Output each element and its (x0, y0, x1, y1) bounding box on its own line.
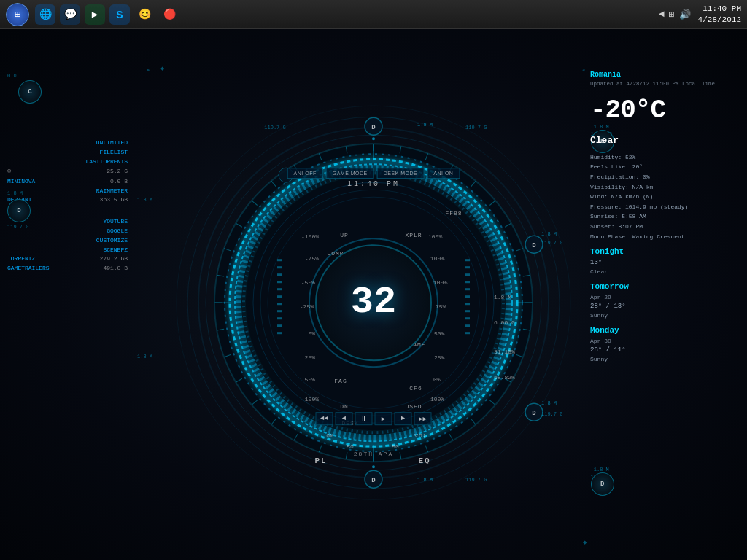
torrentz-val: 279.2 GB (100, 254, 128, 264)
svg-rect-77 (465, 332, 470, 334)
svg-text:68.82%: 68.82% (494, 374, 515, 381)
link-mininova[interactable]: MININOVA (7, 177, 35, 187)
right-disc-bottom: 1.8 M D 119.7 G (591, 467, 612, 480)
tomorrow-temp: 28° / 13° (590, 302, 736, 312)
prev-prev-button[interactable]: ◄◄ (316, 412, 333, 425)
hud-center: 11:40 PM -100% -75% -50% -25% 0% 25% 50%… (169, 98, 578, 507)
taskbar-icon-app[interactable]: 🔴 (159, 4, 179, 25)
gametrailers-val: 491.0 B (103, 264, 128, 273)
sidebar-row-torrentz: TORRENTZ 279.2 GB (7, 254, 128, 264)
svg-point-139 (372, 137, 375, 140)
link-filelist[interactable]: FILELIST (100, 149, 128, 155)
sidebar-link-scenefz[interactable]: SCENEFZ (7, 246, 128, 255)
svg-text:28TH  APA: 28TH APA (354, 451, 393, 457)
sidebar-item-unlimited: UNLIMITED (7, 139, 128, 148)
svg-text:11:40    PM: 11:40 PM (347, 180, 400, 188)
precipitation: Precipitation: 0% (590, 172, 736, 182)
start-button[interactable]: ⊞ (6, 3, 29, 26)
feels-like: Feels Like: 20° (590, 162, 736, 172)
svg-text:1.8 M: 1.8 M (417, 477, 433, 483)
clock-time: 11:40 PM (698, 4, 741, 14)
weather-temperature: -20°C (590, 91, 736, 131)
svg-text:31.18%: 31.18% (494, 349, 515, 355)
link-rainmeter[interactable]: RAINMETER (96, 187, 128, 194)
taskbar-icon-emoji[interactable]: 😊 (134, 4, 155, 25)
top-left-deco: ◆ (160, 66, 164, 71)
playback-controls: ◄◄ ◄ ⏸ ▶ ► ▶▶ (316, 412, 432, 425)
game-mode-button[interactable]: GAME MODE (326, 168, 374, 179)
svg-point-140 (372, 465, 375, 468)
tonight-condition: Clear (590, 268, 736, 276)
link-unlimited[interactable]: UNLIMITED (96, 139, 128, 146)
ani-off-button[interactable]: ANI OFF (287, 168, 323, 179)
sunset: Sunset: 8:07 PM (590, 222, 736, 232)
svg-text:-100%: -100% (301, 233, 319, 240)
taskbar-icon-media[interactable]: ▶ (85, 4, 105, 25)
indicator-1-8m: 1.8 M (7, 190, 31, 196)
taskbar-icon-browser[interactable]: 🌐 (35, 4, 55, 25)
svg-text:119.7 G: 119.7 G (541, 411, 562, 417)
svg-rect-61 (277, 295, 282, 298)
svg-rect-57 (277, 266, 282, 268)
svg-text:D: D (371, 124, 376, 131)
weather-location: Romania (590, 69, 736, 80)
back-icon[interactable]: ◄ (659, 9, 665, 20)
svg-rect-65 (277, 324, 282, 327)
svg-rect-73 (465, 303, 470, 305)
svg-rect-64 (277, 317, 282, 319)
svg-text:1.8 M: 1.8 M (541, 400, 557, 406)
svg-rect-60 (277, 288, 282, 290)
taskbar-icons: 🌐 💬 ▶ S 😊 🔴 (35, 4, 179, 25)
link-gametrailers[interactable]: GAMETRAILERS (7, 264, 50, 273)
link-lasttorrents[interactable]: LASTTORRENTS (85, 158, 128, 165)
link-torrentz[interactable]: TORRENTZ (7, 254, 35, 264)
indicator-119g: 119.7 G (7, 224, 31, 230)
svg-text:USED: USED (405, 403, 422, 410)
svg-text:FAG: FAG (334, 378, 347, 384)
svg-text:119.7 G: 119.7 G (264, 125, 285, 131)
mode-buttons: ANI OFF GAME MODE DESK MODE ANI ON (287, 168, 460, 179)
visibility: Visibility: N/A km (590, 182, 736, 192)
svg-rect-62 (277, 303, 282, 305)
prev-button[interactable]: ◄ (336, 412, 353, 425)
track-number: 32 (351, 284, 396, 322)
top-decoration-row: ▸ ◂ (147, 67, 585, 73)
tomorrow-condition: Sunny (590, 311, 736, 320)
main-area: 0.0 C UNLIMITED FILELIST LASTTORRENTS ⚙ … (0, 29, 747, 560)
sidebar-row-storage: ⚙ 25.2 G (7, 166, 128, 176)
weather-updated: Updated at 4/28/12 11:00 PM Local Time (590, 80, 736, 88)
deviant-val: 363.5 GB (100, 195, 128, 205)
humidity: Humidity: 52% (590, 152, 736, 163)
window-icon[interactable]: ⊞ (669, 9, 675, 20)
sunrise: Sunrise: 5:58 AM (590, 211, 736, 222)
svg-text:119.7 G: 119.7 G (465, 477, 487, 483)
svg-rect-69 (465, 273, 470, 276)
play-button[interactable]: ▶ (375, 412, 392, 425)
storage-val-1: 25.2 G (107, 167, 128, 176)
weather-condition: Clear (590, 133, 736, 148)
svg-rect-66 (277, 332, 282, 334)
outer-left-val-2: 1.8 M (137, 354, 152, 359)
taskbar-icon-skype[interactable]: S (109, 4, 130, 25)
desk-mode-button[interactable]: DESK MODE (377, 168, 425, 179)
sidebar-val-00: 0.0 (7, 73, 17, 79)
svg-text:D: D (532, 410, 536, 417)
monday-condition: Sunny (590, 355, 736, 364)
deco-right: ◂ (582, 67, 585, 73)
system-tray: ◄ ⊞ 🔊 (659, 9, 691, 20)
next-next-button[interactable]: ▶▶ (414, 412, 432, 425)
next-button[interactable]: ► (395, 412, 412, 425)
sidebar-link-customize[interactable]: CUSTOMIZE (7, 236, 128, 246)
svg-text:DN: DN (340, 403, 349, 410)
svg-text:25%: 25% (305, 354, 316, 361)
svg-text:1.8 M: 1.8 M (417, 122, 433, 128)
volume-icon[interactable]: 🔊 (679, 9, 691, 20)
pause-button[interactable]: ⏸ (355, 412, 373, 425)
taskbar-icon-chat[interactable]: 💬 (60, 4, 80, 25)
svg-text:0%: 0% (308, 330, 315, 337)
svg-text:-25%: -25% (300, 303, 314, 310)
svg-text:0%: 0% (326, 432, 333, 439)
sidebar-bottom: 1.8 M D 119.7 G (7, 190, 31, 230)
ani-on-button[interactable]: ANI ON (427, 168, 460, 179)
svg-text:100%: 100% (433, 279, 447, 286)
